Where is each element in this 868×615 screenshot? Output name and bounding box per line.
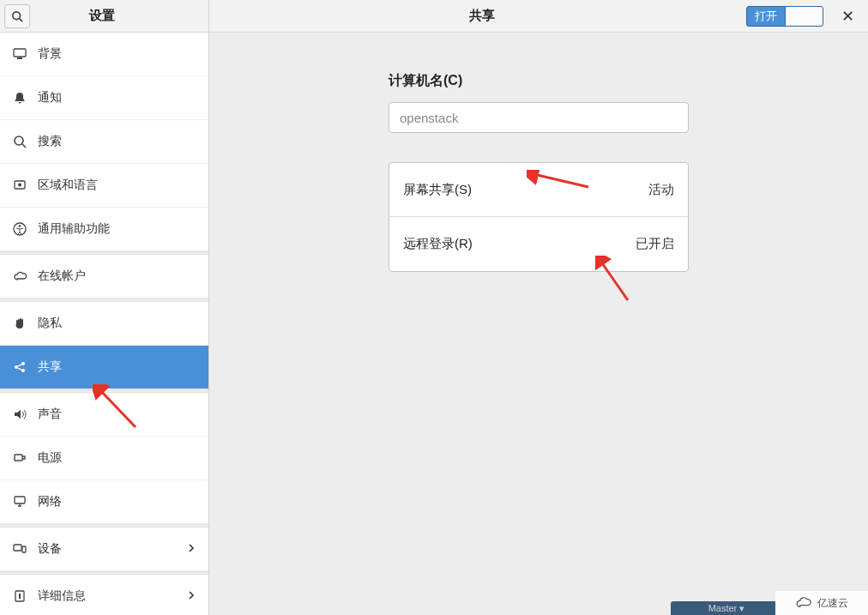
- power-icon: [12, 450, 27, 466]
- switch-knob: [785, 7, 823, 26]
- sharing-master-switch[interactable]: 打开: [746, 6, 823, 27]
- svg-point-9: [19, 225, 21, 227]
- sidebar-item-label: 区域和语言: [38, 178, 98, 193]
- main-header: 共享 打开 ✕: [209, 0, 868, 33]
- sidebar-item-search[interactable]: 搜索: [0, 120, 208, 164]
- watermark: 亿速云: [775, 591, 868, 615]
- computer-name-input[interactable]: [389, 102, 689, 133]
- volume-icon: [12, 407, 27, 422]
- display-icon: [12, 46, 27, 62]
- svg-rect-3: [17, 57, 22, 59]
- switch-label: 打开: [747, 7, 785, 26]
- page-title: 共享: [218, 8, 746, 24]
- accessibility-icon: [12, 221, 27, 237]
- sidebar-item-label: 背景: [38, 46, 62, 62]
- globe-icon: [12, 178, 27, 193]
- info-icon: [12, 588, 27, 604]
- svg-rect-13: [15, 455, 22, 461]
- search-icon: [12, 134, 27, 149]
- sidebar-item-display[interactable]: 背景: [0, 33, 208, 76]
- sidebar-item-net[interactable]: 网络: [0, 480, 208, 524]
- svg-point-7: [18, 184, 21, 187]
- close-icon: ✕: [841, 7, 854, 26]
- svg-line-5: [22, 144, 26, 148]
- sidebar-item-globe[interactable]: 区域和语言: [0, 164, 208, 208]
- main-panel: 共享 打开 ✕ 计算机名(C) 屏幕共享(S) 活动 远程登录(R) 已开启: [209, 0, 868, 615]
- sidebar-item-volume[interactable]: 声音: [0, 393, 208, 437]
- sidebar-item-label: 通用辅助功能: [38, 221, 110, 237]
- hand-icon: [12, 316, 27, 331]
- sidebar-title: 设置: [30, 8, 208, 24]
- sidebar-item-devices[interactable]: 设备: [0, 528, 208, 571]
- devices-icon: [12, 541, 27, 557]
- remote-login-label: 远程登录(R): [403, 236, 473, 252]
- sharing-services-list: 屏幕共享(S) 活动 远程登录(R) 已开启: [389, 162, 689, 272]
- svg-rect-18: [19, 594, 21, 599]
- close-button[interactable]: ✕: [835, 4, 859, 28]
- screen-sharing-row[interactable]: 屏幕共享(S) 活动: [389, 163, 688, 217]
- sidebar-item-cloud[interactable]: 在线帐户: [0, 255, 208, 298]
- sidebar-item-bell[interactable]: 通知: [0, 76, 208, 120]
- content: 计算机名(C) 屏幕共享(S) 活动 远程登录(R) 已开启: [209, 33, 868, 615]
- remote-login-row[interactable]: 远程登录(R) 已开启: [389, 217, 688, 271]
- screen-sharing-label: 屏幕共享(S): [403, 182, 472, 198]
- svg-point-10: [15, 365, 18, 369]
- svg-point-11: [21, 362, 25, 365]
- svg-rect-14: [15, 497, 25, 503]
- svg-line-1: [20, 18, 23, 21]
- sidebar-item-accessibility[interactable]: 通用辅助功能: [0, 208, 208, 251]
- search-button[interactable]: [4, 4, 30, 28]
- sidebar: 设置 背景通知搜索区域和语言通用辅助功能在线帐户隐私共享声音电源网络设备详细信息: [0, 0, 209, 615]
- sidebar-item-label: 通知: [38, 90, 62, 106]
- svg-point-4: [15, 136, 23, 145]
- sidebar-item-hand[interactable]: 隐私: [0, 302, 208, 346]
- sidebar-item-label: 详细信息: [38, 588, 86, 604]
- sidebar-nav: 背景通知搜索区域和语言通用辅助功能在线帐户隐私共享声音电源网络设备详细信息: [0, 33, 208, 615]
- sidebar-item-share[interactable]: 共享: [0, 346, 208, 389]
- sidebar-item-label: 设备: [38, 541, 62, 557]
- chevron-right-icon: [186, 589, 196, 603]
- sidebar-item-label: 电源: [38, 450, 62, 466]
- sidebar-item-info[interactable]: 详细信息: [0, 575, 208, 615]
- sidebar-item-label: 搜索: [38, 134, 62, 149]
- svg-point-0: [13, 11, 21, 19]
- svg-point-12: [21, 369, 25, 372]
- computer-name-label: 计算机名(C): [389, 72, 689, 90]
- svg-rect-2: [14, 49, 26, 57]
- share-icon: [12, 359, 27, 375]
- cloud-icon: [12, 268, 27, 284]
- sidebar-item-label: 在线帐户: [38, 268, 86, 284]
- sidebar-header: 设置: [0, 0, 208, 33]
- sidebar-item-power[interactable]: 电源: [0, 437, 208, 480]
- chevron-right-icon: [186, 542, 196, 556]
- cloud-icon: [795, 597, 814, 609]
- search-icon: [11, 10, 23, 22]
- sidebar-item-label: 声音: [38, 407, 62, 422]
- svg-rect-16: [22, 546, 26, 552]
- net-icon: [12, 494, 27, 509]
- remote-login-status: 已开启: [636, 236, 674, 252]
- sidebar-item-label: 网络: [38, 494, 62, 509]
- screen-sharing-status: 活动: [648, 182, 674, 198]
- bell-icon: [12, 90, 27, 106]
- sidebar-item-label: 共享: [38, 359, 62, 375]
- background-fragment: Master ▾: [671, 601, 782, 615]
- sidebar-item-label: 隐私: [38, 316, 62, 331]
- svg-rect-15: [14, 545, 21, 551]
